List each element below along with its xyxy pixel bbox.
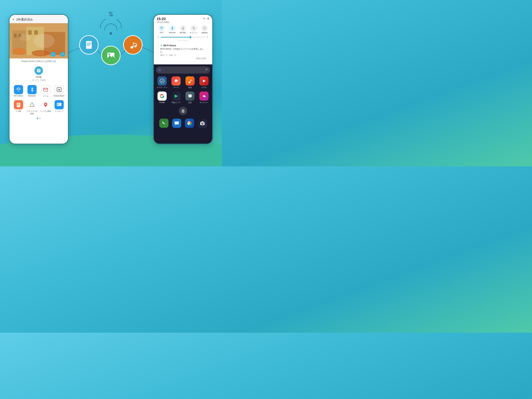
toggle-silent-icon xyxy=(190,25,197,31)
playstore-icon xyxy=(171,92,181,101)
svg-point-26 xyxy=(19,34,30,41)
maps-app-icon xyxy=(41,100,50,109)
svg-point-54 xyxy=(176,79,177,80)
close-button[interactable]: × xyxy=(12,18,14,21)
dark-app-google[interactable]: Google xyxy=(156,92,168,104)
toggle-bluetooth[interactable]: Bluetooth xyxy=(167,25,177,34)
toggle-autorotate-label: 自動回転 xyxy=(201,32,208,34)
svg-marker-40 xyxy=(32,103,34,107)
svg-marker-39 xyxy=(30,103,34,107)
notif-app-name: Wi-Fi Direct xyxy=(163,44,176,47)
app-label-memo: メモ帳 xyxy=(16,110,21,113)
svg-point-52 xyxy=(160,79,164,83)
svg-rect-18 xyxy=(14,34,17,37)
apps-grid-row1: Wi-Fi Direct Bluetooth メール xyxy=(10,84,68,99)
dark-app-settings[interactable]: 設定 xyxy=(184,92,196,104)
left-phone-header: × 2件選択済み xyxy=(10,15,68,23)
dark-app-optimizer[interactable]: オプティマイ xyxy=(156,76,168,89)
google-search-bar[interactable]: G 🎤 xyxy=(156,67,210,74)
app-messages[interactable]: メッセージ xyxy=(53,100,65,115)
dock-camera[interactable] xyxy=(198,119,207,128)
notif-body: Wi-Fi Direct：Cindyからファイルを受信しました xyxy=(160,48,206,53)
brightness-thumb[interactable] xyxy=(189,36,192,38)
brightness-sun-right-icon: ☀ xyxy=(206,36,209,38)
dock-phone[interactable] xyxy=(159,119,168,128)
dark-apps-row1: オプティマイ テーマ 音楽 ビデオ xyxy=(156,76,210,89)
svg-point-42 xyxy=(45,103,46,105)
notif-manage[interactable]: 通知を管理 xyxy=(160,57,206,60)
notification-card[interactable]: ⬇ Wi-Fi Direct Wi-Fi Direct：Cindyからファイルを… xyxy=(158,42,208,62)
toggle-flashlight[interactable]: 懐中電灯 xyxy=(178,25,188,34)
edit-icon[interactable]: ✏ xyxy=(203,17,206,20)
app-bluetooth[interactable]: Bluetooth xyxy=(26,85,38,97)
svg-rect-37 xyxy=(17,104,20,105)
svg-point-47 xyxy=(161,29,162,30)
svg-rect-29 xyxy=(38,70,40,70)
floating-circles xyxy=(76,35,146,70)
svg-marker-71 xyxy=(176,124,176,125)
cindy-subtitle: タップして送信 xyxy=(32,79,46,82)
svg-rect-36 xyxy=(17,103,20,104)
dark-app-gallery[interactable]: ギャラリー xyxy=(198,92,210,104)
svg-rect-70 xyxy=(175,121,179,124)
toggle-wifi[interactable]: Wi-Fi xyxy=(157,25,167,34)
right-phone: 15:23 4月22日月曜日 ✏ ⚙ Wi-Fi xyxy=(153,14,213,144)
app-drive[interactable]: ドライブへの保存 xyxy=(26,100,38,115)
gallery-icon xyxy=(199,92,209,101)
apps-grid-row2: メモ帳 ドライブへの保存 マップに追加 xyxy=(10,99,68,116)
svg-rect-60 xyxy=(190,80,192,80)
svg-point-78 xyxy=(202,123,203,124)
toggle-autorotate[interactable]: 自動回転 xyxy=(199,25,209,34)
mail-app-icon xyxy=(41,85,50,94)
status-date: 4月22日月曜日 xyxy=(157,21,170,24)
dark-app-label-theme: テーマ xyxy=(173,86,179,89)
svg-point-8 xyxy=(130,46,133,49)
dark-app-theme[interactable]: テーマ xyxy=(170,76,182,89)
dock-chrome[interactable] xyxy=(185,119,194,128)
dark-app-video[interactable]: ビデオ xyxy=(198,76,210,89)
app-huawei-beam[interactable]: N Huawei Beam xyxy=(53,85,65,97)
memo-app-icon xyxy=(14,100,23,109)
notif-subtitle: 成功：2、失敗：0 xyxy=(160,54,206,57)
svg-marker-76 xyxy=(202,121,203,122)
app-label-messages: メッセージ xyxy=(55,110,63,113)
share-text: Huawei Shareで共有または印刷 詳細 xyxy=(10,58,68,64)
svg-rect-30 xyxy=(38,71,39,71)
svg-point-22 xyxy=(12,48,26,55)
quick-toggles: Wi-Fi Bluetooth 懐中電灯 xyxy=(157,25,209,34)
wifi-direct-icon xyxy=(14,85,23,94)
app-maps[interactable]: マップに追加 xyxy=(39,100,51,115)
status-icons: ✏ ⚙ xyxy=(203,17,209,20)
toggle-wifi-label: Wi-Fi xyxy=(160,32,164,33)
dock-messages[interactable] xyxy=(172,119,181,128)
brightness-track[interactable] xyxy=(161,37,205,38)
svg-text:N: N xyxy=(58,88,60,91)
svg-rect-45 xyxy=(57,105,59,105)
app-label-bluetooth: Bluetooth xyxy=(28,95,36,97)
svg-point-55 xyxy=(177,80,178,81)
svg-line-11 xyxy=(133,43,137,44)
right-phone-notification-area: 15:23 4月22日月曜日 ✏ ⚙ Wi-Fi xyxy=(154,15,212,64)
app-mail[interactable]: メール xyxy=(39,85,51,97)
dark-app-playstore[interactable]: Playストア xyxy=(170,92,182,104)
toggle-silent[interactable]: サイレント xyxy=(189,25,199,34)
svg-point-23 xyxy=(32,50,49,56)
dark-app-label-gallery: ギャラリー xyxy=(200,101,208,104)
dark-app-music[interactable]: 音楽 xyxy=(184,76,196,89)
svg-rect-35 xyxy=(17,103,20,107)
cindy-section[interactable]: Cindy タップして送信 xyxy=(10,64,68,84)
share-link[interactable]: 詳細 xyxy=(52,60,56,63)
wifi-arc xyxy=(91,19,130,37)
left-phone: × 2件選択済み ✓ ✓ Hua xyxy=(9,14,69,144)
toggle-silent-label: サイレント xyxy=(190,32,198,34)
app-memo[interactable]: メモ帳 xyxy=(12,100,25,115)
dark-app-label-optimizer: オプティマイ xyxy=(157,86,167,89)
check-mark-1: ✓ xyxy=(51,52,56,57)
app-wifi-direct[interactable]: Wi-Fi Direct xyxy=(12,85,25,97)
svg-point-31 xyxy=(18,91,19,92)
settings-icon[interactable]: ⚙ xyxy=(207,17,209,20)
svg-point-74 xyxy=(189,122,190,124)
svg-rect-1 xyxy=(86,41,92,49)
right-phone-home: G 🎤 オプティマイ テーマ 音楽 xyxy=(154,64,212,131)
trash-button[interactable] xyxy=(179,107,187,115)
